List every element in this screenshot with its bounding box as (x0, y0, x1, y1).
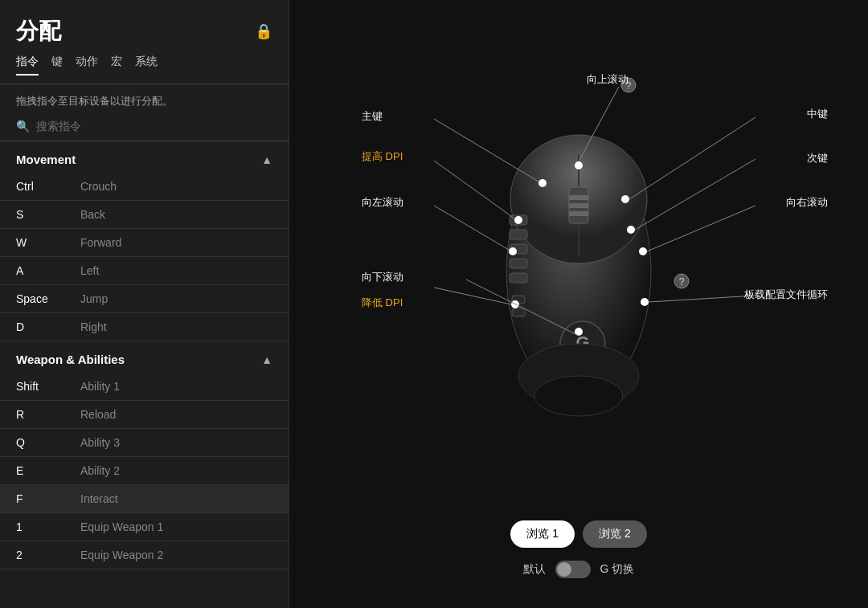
command-name: Crouch (80, 180, 117, 193)
mouse-area: G (297, 31, 860, 512)
section-movement-title: Movement (16, 153, 76, 166)
svg-rect-3 (569, 187, 588, 223)
search-input[interactable] (36, 120, 272, 133)
svg-point-26 (511, 300, 519, 308)
command-row[interactable]: E Ability 2 (0, 457, 289, 485)
commands-list: Movement ▲ Ctrl Crouch S Back W Forward … (0, 141, 289, 608)
bottom-controls: 浏览 1 浏览 2 默认 G 切换 (510, 520, 646, 578)
svg-line-36 (434, 288, 511, 304)
command-row[interactable]: Space Jump (0, 285, 289, 313)
command-row[interactable]: Q Ability 3 (0, 429, 289, 457)
svg-text:G: G (575, 333, 589, 353)
svg-point-22 (641, 298, 649, 306)
command-key: Space (16, 292, 80, 305)
chevron-up-icon[interactable]: ▲ (261, 153, 272, 166)
command-row[interactable]: Shift Ability 1 (0, 373, 289, 401)
svg-line-29 (629, 117, 755, 199)
command-key: R (16, 408, 80, 421)
svg-line-28 (579, 87, 619, 161)
command-name: Equip Weapon 1 (80, 520, 163, 533)
command-row[interactable]: Ctrl Crouch (0, 173, 289, 201)
command-key: A (16, 264, 80, 277)
svg-point-18 (575, 161, 583, 169)
svg-rect-9 (510, 244, 527, 254)
tab-keys[interactable]: 键 (51, 55, 63, 75)
tab-macros[interactable]: 宏 (111, 55, 122, 75)
label-scroll-left: 向左滚动 (362, 195, 403, 210)
command-name: Right (80, 320, 107, 333)
browse-btn-1[interactable]: 浏览 1 (510, 520, 575, 548)
svg-point-24 (514, 216, 522, 224)
command-key: 1 (16, 520, 80, 533)
command-row[interactable]: W Forward (0, 229, 289, 257)
command-key: 2 (16, 549, 80, 561)
command-row[interactable]: A Left (0, 257, 289, 285)
label-middle: 中键 (807, 107, 828, 121)
svg-rect-8 (510, 230, 527, 239)
command-row[interactable]: 2 Equip Weapon 2 (0, 541, 289, 569)
command-row[interactable]: 1 Equip Weapon 1 (0, 513, 289, 541)
command-name: Forward (80, 236, 121, 249)
command-row[interactable]: D Right (0, 313, 289, 341)
svg-rect-7 (510, 215, 527, 225)
command-row-interact[interactable]: F Interact (0, 485, 289, 513)
command-name: Equip Weapon 2 (80, 549, 163, 561)
browse-btn-2[interactable]: 浏览 2 (583, 520, 647, 548)
command-key: F (16, 492, 80, 505)
tab-system[interactable]: 系统 (135, 55, 158, 75)
label-dpi-up: 提高 DPI (362, 149, 403, 164)
left-panel: 分配 🔒 指令 键 动作 宏 系统 拖拽指令至目标设备以进行分配。 🔍 Move… (0, 0, 289, 608)
nav-tabs: 指令 键 动作 宏 系统 (0, 55, 289, 84)
command-name: Interact (80, 492, 118, 505)
tab-actions[interactable]: 动作 (76, 55, 98, 75)
svg-point-20 (627, 226, 635, 234)
command-name: Ability 3 (80, 436, 120, 449)
svg-line-32 (649, 296, 755, 302)
chevron-up-icon-2[interactable]: ▲ (261, 353, 272, 366)
command-row[interactable]: R Reload (0, 401, 289, 429)
section-movement: Movement ▲ (0, 141, 289, 173)
panel-subtitle: 拖拽指令至目标设备以进行分配。 (0, 84, 289, 115)
search-icon: 🔍 (16, 120, 30, 133)
label-secondary: 次键 (807, 151, 828, 165)
search-bar: 🔍 (0, 115, 289, 141)
section-weapons-title: Weapon & Abilities (16, 353, 125, 366)
svg-point-1 (510, 135, 647, 263)
svg-point-0 (506, 147, 651, 396)
svg-point-19 (621, 195, 629, 203)
label-profile-cycle: 板载配置文件循环 (744, 288, 828, 302)
toggle-switch[interactable] (555, 561, 591, 578)
svg-line-31 (647, 206, 755, 251)
toggle-knob (557, 562, 571, 577)
label-scroll-right: 向右滚动 (786, 195, 828, 210)
svg-rect-5 (569, 203, 588, 208)
command-key: S (16, 208, 80, 221)
command-name: Back (80, 208, 105, 221)
svg-line-33 (434, 119, 538, 182)
command-key: W (16, 236, 80, 249)
tab-commands[interactable]: 指令 (16, 55, 39, 75)
svg-rect-12 (512, 296, 525, 304)
command-row[interactable]: S Back (0, 201, 289, 229)
svg-rect-6 (569, 211, 588, 216)
lock-icon: 🔒 (255, 22, 272, 40)
svg-point-21 (639, 247, 647, 255)
command-name: Ability 2 (80, 464, 120, 477)
svg-point-17 (534, 376, 623, 416)
right-panel: G (289, 0, 868, 608)
browse-buttons: 浏览 1 浏览 2 (510, 520, 646, 548)
svg-point-23 (538, 179, 547, 187)
svg-text:?: ? (679, 276, 685, 288)
command-name: Left (80, 264, 99, 277)
command-name: Ability 1 (80, 380, 120, 393)
svg-rect-13 (512, 308, 525, 316)
command-key: Shift (16, 380, 80, 393)
svg-point-40 (674, 274, 689, 288)
label-scroll-up: 向上滚动 (587, 72, 628, 87)
svg-point-14 (560, 321, 605, 366)
command-key: D (16, 320, 80, 333)
label-primary: 主键 (362, 109, 383, 124)
label-scroll-down: 向下滚动 (362, 270, 403, 284)
svg-line-35 (434, 206, 509, 250)
svg-rect-10 (510, 259, 527, 268)
